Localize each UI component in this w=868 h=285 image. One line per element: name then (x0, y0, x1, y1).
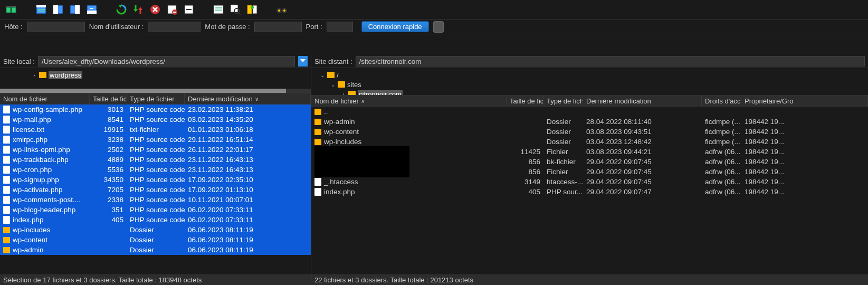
col-date[interactable]: Dernière modification∨ (185, 93, 311, 104)
col-owner[interactable]: Propriétaire/Gro (741, 96, 868, 106)
toggle-remotetree-icon[interactable] (68, 2, 82, 17)
compare-icon[interactable] (245, 2, 260, 17)
tree-expand-icon[interactable]: ⌄ (320, 72, 325, 78)
remote-list-header: Nom de fichier∧ Taille de fichi Type de … (311, 95, 868, 107)
file-date: 06.02.2020 07:33:11 (185, 216, 311, 224)
user-input[interactable] (148, 22, 201, 32)
file-icon (314, 178, 321, 186)
file-icon (3, 186, 10, 194)
cancel-icon[interactable] (148, 2, 163, 17)
col-size[interactable]: Taille de fichie (90, 93, 127, 104)
col-type[interactable]: Type de fichier (543, 96, 583, 106)
search-icon[interactable] (228, 2, 243, 17)
tree-item-sites[interactable]: ⌄ sites (311, 80, 868, 89)
pass-input[interactable] (254, 22, 302, 32)
tree-item-root[interactable]: ⌄ / (311, 70, 868, 80)
toggle-queue-icon[interactable] (84, 2, 99, 17)
file-row[interactable]: index.php405PHP source code06.02.2020 07… (0, 215, 311, 225)
file-row[interactable]: wp-comments-post....2338PHP source code1… (0, 195, 311, 205)
remote-tree[interactable]: ⌄ / ⌄ sites › citronnoir.com (311, 68, 868, 95)
file-name: wp-cron.php (13, 166, 52, 174)
file-name: wp-blog-header.php (13, 206, 75, 214)
col-size[interactable]: Taille de fichi (507, 96, 543, 106)
toggle-localtree-icon[interactable] (51, 2, 65, 17)
file-row[interactable]: wp-mail.php8541PHP source code03.02.2023… (0, 115, 311, 125)
quickconnect-dropdown[interactable] (433, 21, 444, 33)
file-row[interactable]: _.htaccess3149htaccess-...29.04.2022 09:… (311, 177, 868, 187)
tree-expand-icon[interactable]: › (341, 91, 346, 96)
file-row[interactable]: index.php405PHP sour...29.04.2022 09:07:… (311, 187, 868, 197)
remote-file-list[interactable]: ..wp-adminDossier28.04.2022 08:11:40flcd… (311, 107, 868, 274)
file-name: wp-content (13, 236, 47, 244)
file-row[interactable]: wp-contentDossier06.06.2023 08:11:19 (0, 235, 311, 245)
tree-item-citronnoir[interactable]: › citronnoir.com (311, 89, 868, 95)
tree-expand-icon[interactable]: ⌄ (330, 82, 336, 88)
local-path-dropdown[interactable] (298, 56, 308, 66)
file-size: 5536 (90, 166, 127, 174)
file-row[interactable]: wp-includesDossier03.04.2023 12:48:42flc… (311, 137, 868, 147)
local-path-input[interactable] (38, 56, 295, 66)
port-input[interactable] (327, 22, 353, 32)
binoc-icon[interactable] (274, 2, 289, 17)
file-name: xmlrpc.php (13, 136, 47, 144)
file-row[interactable]: wp-adminDossier28.04.2022 08:11:40flcdmp… (311, 117, 868, 127)
main-toolbar (0, 0, 868, 19)
svg-point-27 (251, 6, 254, 9)
svg-rect-8 (53, 5, 58, 14)
file-row[interactable]: xmlrpc.php3238PHP source code29.11.2022 … (0, 135, 311, 145)
file-row[interactable]: wp-config-sample.php3013PHP source code2… (0, 104, 311, 115)
col-type[interactable]: Type de fichier (127, 93, 185, 104)
host-input[interactable] (27, 22, 85, 32)
file-row[interactable]: wp-activate.php7205PHP source code17.09.… (0, 185, 311, 195)
sitemanager-icon[interactable] (4, 2, 19, 17)
svg-point-30 (278, 10, 280, 12)
quickconnect-button[interactable]: Connexion rapide (361, 21, 429, 32)
file-row[interactable]: wp-links-opml.php2502PHP source code26.1… (0, 145, 311, 155)
local-site-label: Site local : (3, 58, 35, 65)
file-row[interactable]: wp-contentDossier03.08.2023 09:43:51flcd… (311, 127, 868, 137)
file-row[interactable]: wp-signup.php34350PHP source code17.09.2… (0, 175, 311, 185)
file-row[interactable]: wp-adminDossier06.06.2023 08:11:19 (0, 245, 311, 255)
parent-dir-row[interactable]: .. (311, 107, 868, 117)
toggle-log-icon[interactable] (34, 2, 49, 17)
disconnect-icon[interactable] (165, 2, 179, 17)
process-queue-icon[interactable] (131, 2, 146, 17)
tree-expand-icon[interactable]: › (32, 72, 37, 78)
svg-rect-0 (6, 7, 11, 13)
file-row[interactable]: wp-cron.php5536PHP source code23.11.2022… (0, 165, 311, 175)
file-row[interactable]: wp-blog-header.php351PHP source code06.0… (0, 205, 311, 215)
file-row[interactable]: wp-includesDossier06.06.2023 08:11:19 (0, 225, 311, 235)
file-date: 29.04.2022 09:07:45 (583, 178, 702, 186)
local-tree[interactable]: › wordpress (0, 68, 311, 93)
file-owner: 198442 19... (741, 118, 868, 126)
tree-item-wordpress[interactable]: › wordpress (0, 70, 311, 80)
col-date[interactable]: Dernière modification (583, 96, 702, 106)
svg-rect-1 (12, 7, 16, 13)
file-type: PHP source code (127, 156, 185, 164)
file-owner: 198442 19... (741, 168, 868, 176)
file-type: PHP sour... (543, 188, 583, 196)
file-date: 29.11.2022 16:51:14 (185, 136, 311, 144)
file-icon (3, 166, 10, 174)
col-name[interactable]: Nom de fichier (0, 93, 90, 104)
file-owner: 198442 19... (741, 148, 868, 156)
refresh-icon[interactable] (114, 2, 129, 17)
file-name: wp-signup.php (13, 176, 59, 184)
remote-pane: Site distant : ⌄ / ⌄ sites › citronnoir.… (311, 55, 868, 274)
sort-asc-icon: ∧ (361, 98, 365, 104)
filter-icon[interactable] (211, 2, 226, 17)
file-row[interactable]: license.txt19915txt-fichier01.01.2023 01… (0, 125, 311, 135)
col-permissions[interactable]: Droits d'accès (702, 96, 741, 106)
file-date: 06.06.2023 08:11:19 (185, 236, 311, 244)
message-log[interactable] (0, 34, 868, 55)
host-label: Hôte : (4, 23, 23, 31)
reconnect-icon[interactable] (182, 2, 196, 17)
local-file-list[interactable]: wp-config-sample.php3013PHP source code2… (0, 104, 311, 274)
file-row[interactable]: wp-trackback.php4889PHP source code23.11… (0, 155, 311, 165)
remote-path-input[interactable] (356, 56, 865, 66)
horizontal-scrollbar[interactable] (0, 89, 311, 93)
file-type: Fichier (543, 168, 583, 176)
folder-icon (314, 109, 321, 115)
local-list-header: Nom de fichier Taille de fichie Type de … (0, 93, 311, 104)
col-name[interactable]: Nom de fichier∧ (311, 96, 507, 106)
